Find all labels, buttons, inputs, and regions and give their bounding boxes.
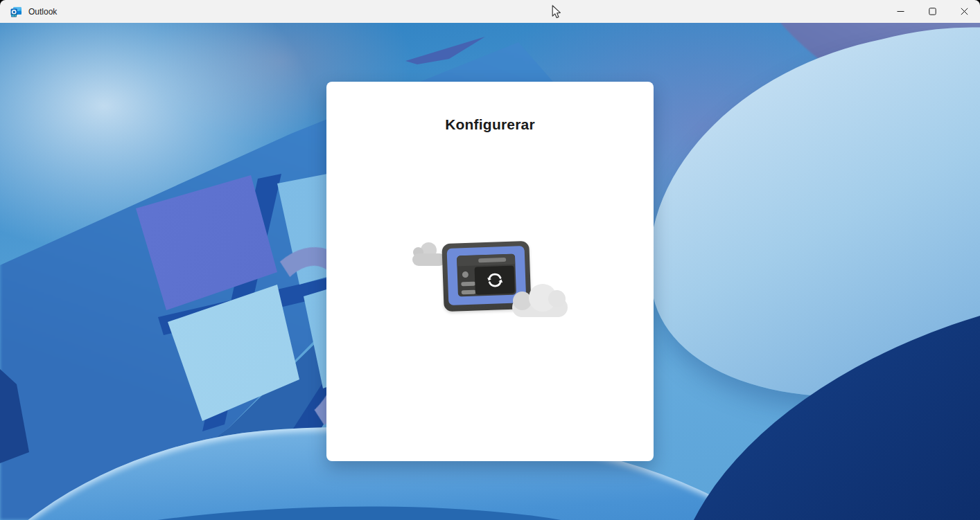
outlook-app-icon: NEW bbox=[10, 6, 22, 17]
app-window-menu-bar bbox=[461, 282, 475, 287]
cloud-icon bbox=[512, 284, 568, 317]
device-sync-illustration bbox=[407, 237, 573, 327]
minimize-button[interactable] bbox=[884, 0, 916, 23]
sync-arrows-icon bbox=[482, 269, 507, 291]
cloud-puff bbox=[548, 290, 566, 307]
maximize-icon bbox=[929, 8, 936, 15]
setup-dialog: Konfigurerar bbox=[326, 82, 654, 461]
cloud-icon bbox=[412, 242, 446, 266]
desktop-wallpaper: Konfigurerar bbox=[0, 23, 980, 520]
close-icon bbox=[961, 8, 968, 15]
outlook-window: NEW Outlook bbox=[0, 0, 980, 520]
sync-panel bbox=[475, 266, 515, 295]
titlebar[interactable]: NEW Outlook bbox=[0, 0, 980, 23]
setup-dialog-title: Konfigurerar bbox=[326, 82, 654, 133]
app-window-avatar-dot bbox=[462, 271, 469, 278]
svg-text:NEW: NEW bbox=[11, 15, 16, 17]
app-window-menu-bar bbox=[462, 290, 476, 295]
maximize-button[interactable] bbox=[916, 0, 948, 23]
device-app-window bbox=[457, 254, 516, 297]
close-button[interactable] bbox=[948, 0, 980, 23]
cloud-base bbox=[412, 253, 446, 266]
minimize-icon bbox=[897, 8, 904, 15]
window-title: Outlook bbox=[28, 7, 57, 17]
